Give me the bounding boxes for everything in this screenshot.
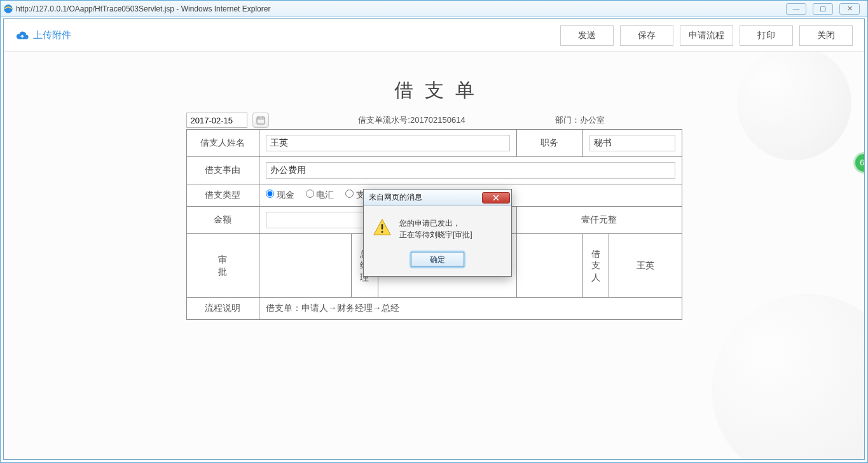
serial-number: 借支单流水号:201702150614 xyxy=(269,114,555,126)
send-button[interactable]: 发送 xyxy=(560,25,614,46)
dialog-message-line2: 正在等待刘晓宇[审批] xyxy=(399,229,472,240)
apply-flow-button[interactable]: 申请流程 xyxy=(680,25,733,46)
upload-attachment-label: 上传附件 xyxy=(33,29,71,41)
label-flow: 流程说明 xyxy=(186,298,259,320)
window-close-button[interactable]: ✕ xyxy=(839,3,860,15)
label-position: 职务 xyxy=(516,130,582,157)
ie-icon xyxy=(3,4,13,14)
amount-chinese: 壹仟元整 xyxy=(516,207,682,234)
label-approval: 审 批 xyxy=(186,234,259,298)
save-button[interactable]: 保存 xyxy=(620,25,673,46)
decorative-shape xyxy=(712,294,864,459)
calendar-button[interactable] xyxy=(252,113,269,128)
borrower-sign: 王英 xyxy=(609,234,682,298)
label-type: 借支类型 xyxy=(186,184,259,207)
label-amount: 金额 xyxy=(186,207,259,234)
calendar-icon xyxy=(256,116,265,125)
alert-dialog: 来自网页的消息 您的申请已发出， 正在等待刘晓宇[审批] 确定 xyxy=(363,189,512,277)
date-input[interactable] xyxy=(186,113,247,128)
svg-rect-1 xyxy=(257,117,265,124)
flow-description: 借支单：申请人→财务经理→总经 xyxy=(259,298,682,320)
radio-cash[interactable]: 现金 xyxy=(266,190,294,200)
print-button[interactable]: 打印 xyxy=(740,25,793,46)
department: 部门：办公室 xyxy=(555,114,682,126)
radio-wire[interactable]: 电汇 xyxy=(306,190,334,200)
reason-input[interactable] xyxy=(266,162,675,179)
upload-attachment-link[interactable]: 上传附件 xyxy=(15,29,71,41)
window-titlebar: http://127.0.0.1/OAapp/HtTrace0503Servle… xyxy=(1,1,867,17)
approval-cell-1 xyxy=(259,234,351,298)
dialog-title: 来自网页的消息 xyxy=(369,192,482,203)
warning-icon xyxy=(373,218,392,237)
svg-rect-5 xyxy=(382,224,383,229)
label-reason: 借支事由 xyxy=(186,157,259,184)
window-minimize-button[interactable]: — xyxy=(786,3,806,15)
side-badge[interactable]: 63 xyxy=(855,154,864,172)
close-icon xyxy=(492,195,500,201)
dialog-close-button[interactable] xyxy=(482,192,510,204)
position-input[interactable] xyxy=(589,135,675,151)
form-title: 借支单 xyxy=(186,78,682,104)
borrower-name-input[interactable] xyxy=(266,135,510,151)
dialog-message-line1: 您的申请已发出， xyxy=(399,218,472,229)
dialog-ok-button[interactable]: 确定 xyxy=(411,252,464,267)
svg-point-6 xyxy=(382,231,383,233)
window-title: http://127.0.0.1/OAapp/HtTrace0503Servle… xyxy=(16,4,786,13)
cloud-upload-icon xyxy=(15,31,29,41)
window-maximize-button[interactable]: ▢ xyxy=(813,3,833,15)
page-toolbar: 上传附件 发送 保存 申请流程 打印 关闭 xyxy=(4,19,864,52)
approval-cell-mid xyxy=(516,234,582,298)
close-button[interactable]: 关闭 xyxy=(799,25,853,46)
label-borrower: 借 支 人 xyxy=(582,234,609,298)
label-borrower-name: 借支人姓名 xyxy=(186,130,259,157)
decorative-shape xyxy=(737,52,851,160)
